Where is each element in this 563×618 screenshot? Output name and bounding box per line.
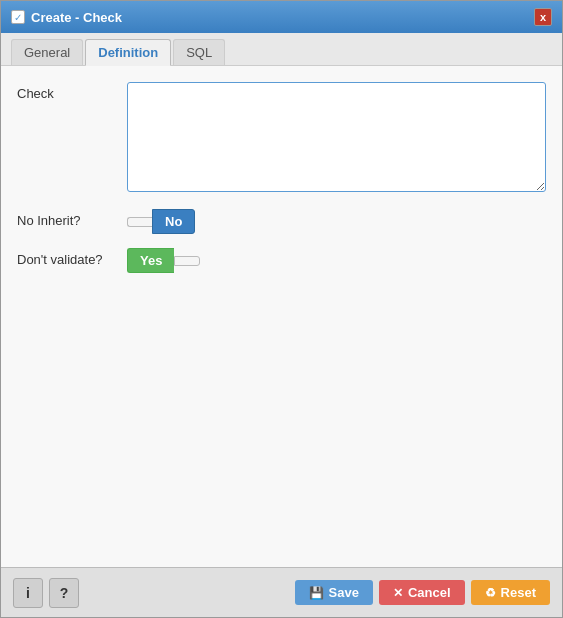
dialog-title: Create - Check <box>31 10 122 25</box>
save-label: Save <box>329 585 359 600</box>
cancel-label: Cancel <box>408 585 451 600</box>
no-inherit-no-button[interactable]: No <box>152 209 195 234</box>
no-inherit-control: No <box>127 209 546 234</box>
no-inherit-row: No Inherit? No <box>17 209 546 234</box>
reset-icon: ♻ <box>485 586 496 600</box>
info-button[interactable]: i <box>13 578 43 608</box>
check-label: Check <box>17 82 127 101</box>
tab-bar: General Definition SQL <box>1 33 562 66</box>
no-inherit-yes-button[interactable] <box>127 217 152 227</box>
dont-validate-toggle-group: Yes <box>127 248 546 273</box>
dialog: ✓ Create - Check x General Definition SQ… <box>0 0 563 618</box>
check-control <box>127 82 546 195</box>
reset-label: Reset <box>501 585 536 600</box>
footer: i ? 💾 Save ✕ Cancel ♻ Reset <box>1 567 562 617</box>
help-button[interactable]: ? <box>49 578 79 608</box>
cancel-button[interactable]: ✕ Cancel <box>379 580 465 605</box>
footer-right: 💾 Save ✕ Cancel ♻ Reset <box>295 580 550 605</box>
title-checkbox-icon: ✓ <box>11 10 25 24</box>
save-icon: 💾 <box>309 586 324 600</box>
dont-validate-no-button[interactable] <box>174 256 200 266</box>
dont-validate-label: Don't validate? <box>17 248 127 267</box>
reset-button[interactable]: ♻ Reset <box>471 580 550 605</box>
no-inherit-toggle-group: No <box>127 209 546 234</box>
cancel-icon: ✕ <box>393 586 403 600</box>
content-area: Check No Inherit? No Don't validate? Yes <box>1 66 562 567</box>
check-textarea[interactable] <box>127 82 546 192</box>
title-bar: ✓ Create - Check x <box>1 1 562 33</box>
dont-validate-row: Don't validate? Yes <box>17 248 546 273</box>
title-bar-left: ✓ Create - Check <box>11 10 122 25</box>
tab-sql[interactable]: SQL <box>173 39 225 65</box>
close-button[interactable]: x <box>534 8 552 26</box>
tab-definition[interactable]: Definition <box>85 39 171 66</box>
save-button[interactable]: 💾 Save <box>295 580 373 605</box>
tab-general[interactable]: General <box>11 39 83 65</box>
footer-left: i ? <box>13 578 79 608</box>
dont-validate-yes-button[interactable]: Yes <box>127 248 174 273</box>
dont-validate-control: Yes <box>127 248 546 273</box>
no-inherit-label: No Inherit? <box>17 209 127 228</box>
check-row: Check <box>17 82 546 195</box>
